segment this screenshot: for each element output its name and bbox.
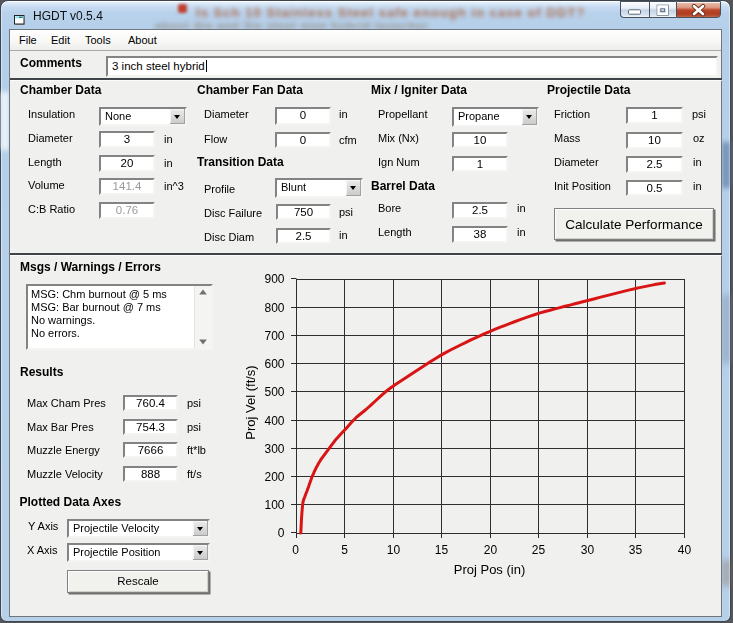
svg-text:500: 500: [264, 385, 284, 399]
svg-text:700: 700: [264, 329, 284, 343]
svg-text:400: 400: [264, 414, 284, 428]
svg-text:200: 200: [264, 470, 284, 484]
svg-text:10: 10: [387, 543, 401, 557]
svg-text:5: 5: [341, 543, 348, 557]
svg-text:0: 0: [278, 526, 285, 540]
svg-text:25: 25: [532, 543, 546, 557]
svg-text:800: 800: [264, 301, 284, 315]
svg-text:Proj Vel (ft/s): Proj Vel (ft/s): [243, 365, 258, 439]
svg-text:900: 900: [264, 272, 284, 286]
svg-text:20: 20: [484, 543, 498, 557]
svg-text:Proj Pos (in): Proj Pos (in): [454, 562, 526, 577]
svg-text:300: 300: [264, 442, 284, 456]
svg-text:15: 15: [435, 543, 449, 557]
svg-text:0: 0: [292, 543, 299, 557]
svg-text:40: 40: [678, 543, 692, 557]
svg-text:35: 35: [629, 543, 643, 557]
svg-text:30: 30: [581, 543, 595, 557]
svg-text:100: 100: [264, 498, 284, 512]
svg-text:600: 600: [264, 357, 284, 371]
